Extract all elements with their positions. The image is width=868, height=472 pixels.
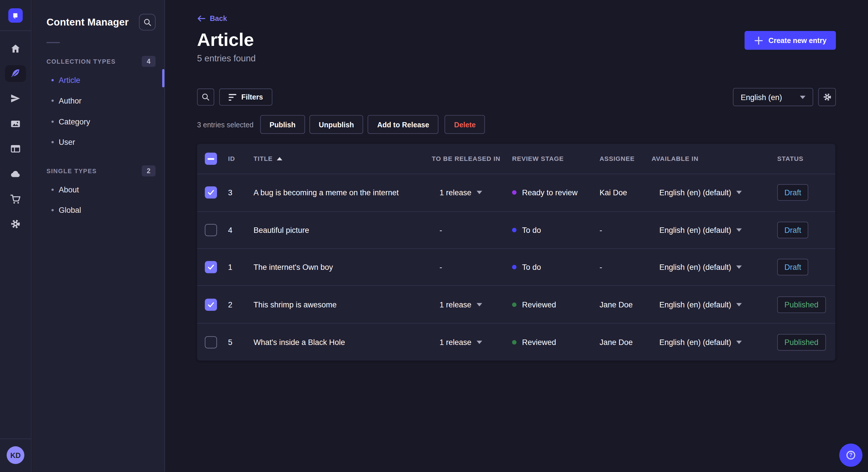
column-header-review-stage[interactable]: REVIEW STAGE bbox=[512, 156, 600, 162]
cell-available-in[interactable]: English (en) (default) bbox=[652, 338, 777, 346]
sidebar-item-about[interactable]: About bbox=[32, 179, 164, 200]
filters-button[interactable]: Filters bbox=[219, 89, 272, 106]
table-row[interactable]: 5What's inside a Black Hole1 releaseRevi… bbox=[197, 324, 836, 361]
sidebar-item-author[interactable]: Author bbox=[32, 90, 164, 111]
chevron-down-icon bbox=[736, 228, 742, 232]
sidebar-item-user[interactable]: User bbox=[32, 132, 164, 153]
cell-available-in[interactable]: English (en) (default) bbox=[652, 300, 777, 309]
bullet-icon bbox=[51, 209, 54, 211]
cell-id: 1 bbox=[228, 263, 254, 272]
cell-to-be-released-in[interactable]: 1 release bbox=[432, 300, 512, 309]
cell-assignee: Kai Doe bbox=[600, 189, 652, 197]
sidebar-item-label: Global bbox=[59, 206, 81, 215]
cell-id: 2 bbox=[228, 300, 254, 309]
rail-home-icon[interactable] bbox=[0, 36, 31, 61]
table-search-button[interactable] bbox=[197, 89, 214, 106]
rail-send-icon[interactable] bbox=[0, 86, 31, 111]
create-new-entry-button[interactable]: Create new entry bbox=[745, 31, 836, 50]
entries-selected-text: 3 entries selected bbox=[197, 121, 254, 129]
locale-selected-value: English (en) bbox=[741, 93, 782, 102]
cell-available-in[interactable]: English (en) (default) bbox=[652, 189, 777, 197]
status-badge: Published bbox=[777, 334, 826, 350]
column-header-available-in[interactable]: AVAILABLE IN bbox=[652, 156, 777, 162]
column-header-released[interactable]: TO BE RELEASED IN bbox=[432, 156, 512, 162]
cell-available-in[interactable]: English (en) (default) bbox=[652, 226, 777, 235]
search-icon-button[interactable] bbox=[139, 14, 156, 30]
filters-label: Filters bbox=[241, 93, 263, 102]
delete-button[interactable]: Delete bbox=[445, 115, 485, 134]
stage-dot-icon bbox=[512, 265, 516, 269]
sidebar-title: Content Manager bbox=[46, 16, 129, 28]
column-header-id[interactable]: ID bbox=[228, 156, 254, 162]
rail-icon-list bbox=[0, 36, 31, 237]
user-avatar[interactable]: KD bbox=[7, 446, 24, 464]
strapi-logo[interactable] bbox=[8, 8, 23, 23]
add-to-release-button[interactable]: Add to Release bbox=[368, 115, 439, 134]
cell-assignee: - bbox=[600, 263, 652, 272]
chevron-down-icon bbox=[736, 303, 742, 306]
cell-to-be-released-in: - bbox=[432, 263, 512, 272]
table-row[interactable]: 2This shrimp is awesome1 releaseReviewed… bbox=[197, 286, 836, 324]
rail-cloud-icon[interactable] bbox=[0, 162, 31, 187]
cell-status: Draft bbox=[777, 259, 836, 276]
column-header-status[interactable]: STATUS bbox=[777, 156, 836, 162]
bullet-icon bbox=[51, 100, 54, 102]
chevron-down-icon[interactable] bbox=[476, 303, 482, 306]
cell-status: Draft bbox=[777, 184, 836, 201]
row-checkbox[interactable] bbox=[205, 261, 217, 273]
row-checkbox[interactable] bbox=[205, 187, 217, 199]
app-window: KD Content Manager COLLECTION TYPES4Arti… bbox=[0, 0, 868, 472]
rail-content-feather-icon[interactable] bbox=[0, 61, 31, 86]
sidebar-item-label: About bbox=[59, 185, 79, 194]
entries-count: 5 entries found bbox=[197, 54, 836, 64]
cell-id: 5 bbox=[228, 338, 254, 346]
cell-review-stage: Reviewed bbox=[512, 338, 600, 346]
column-header-title[interactable]: TITLE bbox=[253, 156, 432, 162]
sidebar-section: COLLECTION TYPES4ArticleAuthorCategoryUs… bbox=[32, 56, 164, 153]
rail-divider-bottom bbox=[0, 439, 31, 439]
cell-to-be-released-in[interactable]: 1 release bbox=[432, 189, 512, 197]
row-checkbox[interactable] bbox=[205, 224, 217, 236]
rail-media-library-icon[interactable] bbox=[0, 111, 31, 136]
table-row[interactable]: 3A bug is becoming a meme on the interne… bbox=[197, 174, 836, 212]
publish-button[interactable]: Publish bbox=[260, 115, 305, 134]
chevron-down-icon bbox=[736, 266, 742, 269]
column-header-assignee[interactable]: ASSIGNEE bbox=[600, 156, 652, 162]
unpublish-button[interactable]: Unpublish bbox=[309, 115, 363, 134]
row-checkbox[interactable] bbox=[205, 336, 217, 348]
cell-title: The internet's Own boy bbox=[253, 263, 432, 272]
section-label: COLLECTION TYPES bbox=[46, 58, 116, 65]
cell-id: 3 bbox=[228, 189, 254, 197]
main-content: Back Article Create new entry 5 entries … bbox=[165, 0, 868, 472]
sidebar-sections: COLLECTION TYPES4ArticleAuthorCategoryUs… bbox=[32, 56, 164, 221]
cell-status: Draft bbox=[777, 222, 836, 238]
row-checkbox[interactable] bbox=[205, 299, 217, 310]
sidebar-item-label: Category bbox=[59, 117, 90, 126]
table-header-row: ID TITLE TO BE RELEASED IN REVIEW STAGE … bbox=[197, 144, 836, 174]
chevron-down-icon[interactable] bbox=[476, 340, 482, 344]
rail-layout-icon[interactable] bbox=[0, 136, 31, 162]
status-badge: Published bbox=[777, 296, 826, 313]
subnav-scrollbar-thumb[interactable] bbox=[162, 69, 164, 88]
filter-icon bbox=[228, 94, 236, 100]
sidebar-item-global[interactable]: Global bbox=[32, 200, 164, 221]
select-all-checkbox[interactable] bbox=[205, 153, 217, 165]
search-icon bbox=[143, 18, 152, 26]
sidebar-item-category[interactable]: Category bbox=[32, 111, 164, 132]
table-row[interactable]: 4Beautiful picture-To do-English (en) (d… bbox=[197, 212, 836, 249]
rail-gear-icon[interactable] bbox=[0, 212, 31, 237]
rail-cart-icon[interactable] bbox=[0, 187, 31, 212]
back-link[interactable]: Back bbox=[197, 14, 227, 23]
table-row[interactable]: 1The internet's Own boy-To do-English (e… bbox=[197, 249, 836, 286]
cell-available-in[interactable]: English (en) (default) bbox=[652, 263, 777, 272]
help-button[interactable]: ? bbox=[839, 444, 863, 467]
sidebar-item-article[interactable]: Article bbox=[32, 70, 164, 90]
chevron-down-icon bbox=[800, 96, 805, 99]
cell-to-be-released-in[interactable]: 1 release bbox=[432, 338, 512, 346]
stage-dot-icon bbox=[512, 228, 516, 232]
status-badge: Draft bbox=[777, 184, 809, 201]
list-settings-button[interactable] bbox=[818, 88, 836, 106]
locale-select[interactable]: English (en) bbox=[733, 88, 813, 106]
chevron-down-icon[interactable] bbox=[476, 191, 482, 194]
chevron-down-icon bbox=[736, 191, 742, 194]
